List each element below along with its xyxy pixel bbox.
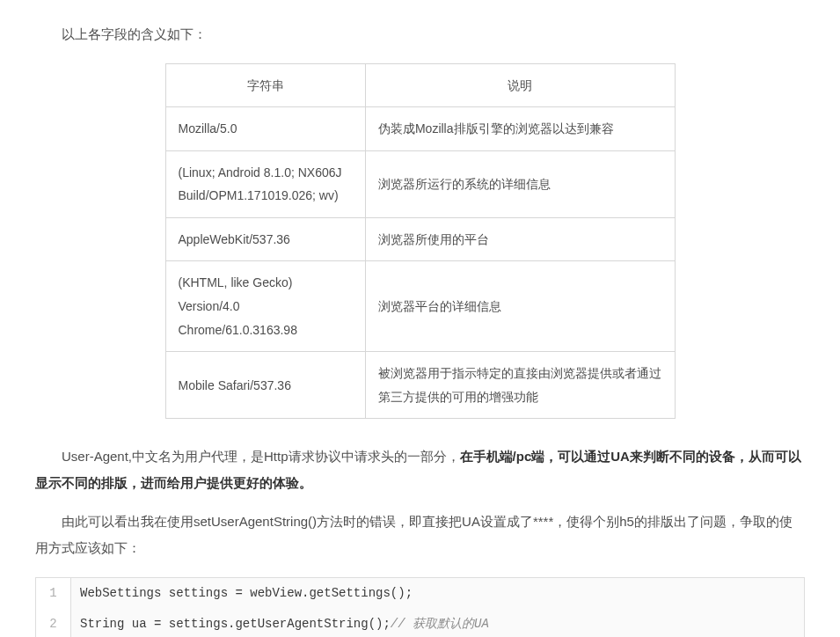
cell-string: (KHTML, like Gecko) Version/4.0 Chrome/6… [165,261,365,352]
table-row: (KHTML, like Gecko) Version/4.0 Chrome/6… [165,261,675,352]
code-line: 1 WebSettings settings = webView.getSett… [36,578,804,609]
line-number: 2 [36,609,71,637]
cell-desc: 伪装成Mozilla排版引擎的浏览器以达到兼容 [365,107,675,151]
header-string: 字符串 [165,63,365,107]
header-desc: 说明 [365,63,675,107]
cell-desc: 浏览器所运行的系统的详细信息 [365,150,675,217]
code-content: WebSettings settings = webView.getSettin… [71,578,421,609]
intro-text: 以上各字段的含义如下： [35,22,805,48]
paragraph-error-desc: 由此可以看出我在使用setUserAgentString()方法时的错误，即直接… [35,509,805,561]
cell-string: Mobile Safari/537.36 [165,352,365,419]
table-row: Mobile Safari/537.36 被浏览器用于指示特定的直接由浏览器提供… [165,352,675,419]
ua-fields-table: 字符串 说明 Mozilla/5.0 伪装成Mozilla排版引擎的浏览器以达到… [165,63,676,420]
cell-string: AppleWebKit/537.36 [165,217,365,261]
table-header-row: 字符串 说明 [165,63,675,107]
paragraph-ua-intro: User-Agent,中文名为用户代理，是Http请求协议中请求头的一部分，在手… [35,443,805,496]
code-content: String ua = settings.getUserAgentString(… [71,609,498,637]
cell-desc: 浏览器平台的详细信息 [365,261,675,352]
line-number: 1 [36,578,71,609]
para1-plain: User-Agent,中文名为用户代理，是Http请求协议中请求头的一部分， [62,449,460,464]
code-line: 2 String ua = settings.getUserAgentStrin… [36,609,804,637]
cell-string: Mozilla/5.0 [165,107,365,151]
cell-desc: 被浏览器用于指示特定的直接由浏览器提供或者通过第三方提供的可用的增强功能 [365,352,675,419]
table-row: (Linux; Android 8.1.0; NX606J Build/OPM1… [165,150,675,217]
cell-string: (Linux; Android 8.1.0; NX606J Build/OPM1… [165,150,365,217]
table-row: AppleWebKit/537.36 浏览器所使用的平台 [165,217,675,261]
code-block: 1 WebSettings settings = webView.getSett… [35,577,805,637]
cell-desc: 浏览器所使用的平台 [365,217,675,261]
table-row: Mozilla/5.0 伪装成Mozilla排版引擎的浏览器以达到兼容 [165,107,675,151]
